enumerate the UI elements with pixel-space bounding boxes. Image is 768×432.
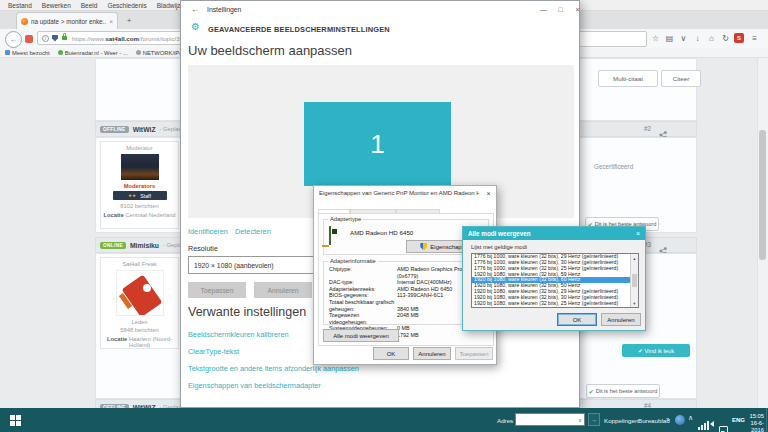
info-value: 3840 MB bbox=[397, 306, 419, 313]
post-author[interactable]: WitWiZ bbox=[133, 126, 156, 133]
home-icon[interactable]: ⌂ bbox=[705, 31, 718, 45]
bookmark-item[interactable]: Meest bezocht bbox=[5, 50, 50, 56]
minimize-button[interactable]: — bbox=[536, 3, 551, 16]
section-title: Uw beeldscherm aanpassen bbox=[188, 43, 352, 58]
like-button[interactable]: ✔ Vind ik leuk bbox=[622, 344, 690, 357]
calibrate-color-link[interactable]: Beeldschermkleuren kalibreren bbox=[188, 330, 289, 339]
address-go-button[interactable]: → bbox=[588, 413, 600, 426]
info-icon[interactable]: i bbox=[42, 35, 49, 42]
post-number[interactable]: #2 bbox=[644, 125, 651, 132]
detect-link[interactable]: Detecteren bbox=[235, 227, 271, 236]
sync-icon[interactable]: ↻ bbox=[719, 31, 732, 45]
volume-icon[interactable] bbox=[710, 421, 714, 427]
bookmark-globe-icon bbox=[136, 50, 141, 55]
url-prefix: https://www. bbox=[72, 35, 105, 42]
ok-button[interactable]: OK bbox=[373, 347, 409, 360]
hamburger-menu-icon[interactable]: ≡ bbox=[748, 31, 761, 45]
clock-date: 16-6-2016 bbox=[742, 420, 764, 432]
author-profile-card: Moderator Moderators ★★ Staff 8102 beric… bbox=[100, 141, 179, 229]
info-label: DAC-type: bbox=[329, 279, 397, 286]
tray-app-icon[interactable] bbox=[675, 415, 685, 425]
post-count: 8102 berichten bbox=[101, 203, 178, 209]
close-button[interactable]: × bbox=[570, 3, 585, 16]
scroll-down-icon[interactable]: ▾ bbox=[631, 299, 638, 307]
bookmark-item[interactable]: Buienradar.nl - Weer - ... bbox=[58, 50, 128, 56]
best-answer-label: Dit is het beste antwoord bbox=[596, 388, 658, 394]
pocket-icon[interactable]: ∨ bbox=[677, 31, 690, 45]
address-input[interactable]: ∨ bbox=[515, 413, 585, 426]
lock-icon bbox=[62, 36, 67, 40]
adapter-name: AMD Radeon HD 6450 bbox=[350, 229, 413, 236]
start-button[interactable] bbox=[4, 408, 26, 432]
related-settings-title: Verwante instellingen bbox=[188, 305, 306, 319]
settings-back-icon[interactable]: ← bbox=[191, 5, 199, 14]
url-domain: sat4all.com bbox=[105, 35, 139, 42]
avatar[interactable] bbox=[121, 154, 159, 180]
apply-button[interactable]: Toepassen bbox=[188, 282, 246, 298]
info-label: Toegewezen videogeheugen: bbox=[329, 312, 397, 325]
resolution-value: 1920 × 1080 (aanbevolen) bbox=[194, 262, 274, 269]
page-header: GEAVANCEERDE BEELDSCHERMINSTELLINGEN bbox=[208, 25, 390, 34]
page-action-icon[interactable] bbox=[25, 35, 33, 43]
tab-title: na update > monitor enke... bbox=[31, 18, 106, 25]
status-badge: OFFLINE bbox=[100, 126, 129, 133]
author-profile-card: Sat4all Freak Leden 5848 berichten Locat… bbox=[100, 257, 179, 349]
cancel-button[interactable]: Annuleren bbox=[254, 282, 312, 298]
mode-item[interactable]: 1920 bij 1080, ware kleuren (32 bits), 2… bbox=[472, 301, 631, 307]
cleartype-link[interactable]: ClearType-tekst bbox=[188, 347, 239, 356]
tab-close-icon[interactable]: × bbox=[109, 18, 113, 25]
post-author[interactable]: Mimisiku bbox=[130, 242, 159, 249]
bookmark-label: Buienradar.nl - Weer - ... bbox=[65, 50, 128, 56]
toolbar-overflow-icon[interactable]: » bbox=[666, 416, 670, 423]
group-label: Adaptertype bbox=[328, 216, 363, 222]
close-icon[interactable]: × bbox=[636, 230, 640, 237]
browser-tab[interactable]: na update > monitor enke... × bbox=[16, 12, 118, 29]
scrollbar-thumb[interactable] bbox=[632, 274, 637, 287]
member-group[interactable]: Moderators bbox=[101, 183, 178, 189]
scrollbar-thumb[interactable] bbox=[759, 130, 766, 260]
back-button[interactable]: ← bbox=[5, 31, 22, 48]
downloads-icon[interactable]: ↓ bbox=[691, 31, 704, 45]
desktop-toolbar[interactable]: Bureaublad bbox=[638, 417, 670, 424]
modes-listbox[interactable]: 1776 bij 1000, ware kleuren (32 bits), 2… bbox=[471, 253, 639, 308]
menu-item-geschiedenis[interactable]: Geschiedenis bbox=[107, 2, 146, 9]
bookmark-label: Meest bezocht bbox=[12, 50, 50, 56]
notifications-icon[interactable] bbox=[719, 426, 728, 432]
dialog-title-bar: Alle modi weergeven × bbox=[463, 227, 645, 240]
text-size-link[interactable]: Tekstgrootte en andere items afzonderlij… bbox=[188, 364, 359, 373]
avatar[interactable] bbox=[116, 270, 164, 316]
clock-time: 15:05 bbox=[742, 413, 764, 420]
links-toolbar[interactable]: Koppelingen bbox=[604, 417, 638, 424]
reader-icon[interactable]: ▤ bbox=[663, 31, 676, 45]
uac-shield-icon bbox=[420, 243, 427, 251]
identify-link[interactable]: Identificeren bbox=[188, 227, 228, 236]
scroll-up-icon[interactable]: ▴ bbox=[631, 254, 638, 262]
monitor-preview[interactable]: 1 bbox=[304, 102, 451, 186]
cancel-button[interactable]: Annuleren bbox=[413, 347, 451, 360]
best-answer-button[interactable]: ✔ Dit is het beste antwoord bbox=[586, 384, 660, 398]
list-all-modes-button[interactable]: Alle modi weergeven bbox=[323, 329, 399, 342]
info-value: 113-399CANH-6C1 bbox=[397, 292, 443, 299]
menu-item-bestand[interactable]: Bestand bbox=[8, 2, 32, 9]
menu-item-beeld[interactable]: Beeld bbox=[81, 2, 98, 9]
listbox-scrollbar[interactable]: ▴ ▾ bbox=[630, 254, 638, 307]
multi-quote-button[interactable]: Multi-citaat bbox=[598, 70, 658, 87]
cancel-button[interactable]: Annuleren bbox=[601, 313, 641, 326]
new-tab-button[interactable]: + bbox=[122, 13, 136, 28]
addon-badge-icon[interactable]: S bbox=[734, 33, 744, 43]
display-adapter-link[interactable]: Eigenschappen van beeldschermadapter bbox=[188, 381, 321, 390]
maximize-button[interactable]: □ bbox=[553, 3, 568, 16]
clock[interactable]: 15:05 16-6-2016 bbox=[742, 413, 764, 432]
menu-item-bewerken[interactable]: Bewerken bbox=[42, 2, 71, 9]
tray-chevron-up-icon[interactable]: ∧ bbox=[688, 414, 693, 422]
dialog-title: Eigenschappen van Generic PnP Monitor en… bbox=[319, 190, 479, 196]
tracking-shield-icon[interactable] bbox=[52, 35, 58, 42]
bookmark-star-icon[interactable]: ☆ bbox=[649, 31, 662, 45]
dialog-title: Alle modi weergeven bbox=[468, 230, 531, 237]
apply-button[interactable]: Toepassen bbox=[455, 347, 493, 360]
network-icon[interactable] bbox=[698, 421, 709, 430]
ok-button[interactable]: OK bbox=[557, 313, 597, 326]
quote-button[interactable]: Citeer bbox=[661, 70, 701, 87]
close-icon[interactable]: × bbox=[482, 188, 495, 199]
list-modes-dialog: Alle modi weergeven × Lijst met geldige … bbox=[462, 226, 646, 331]
